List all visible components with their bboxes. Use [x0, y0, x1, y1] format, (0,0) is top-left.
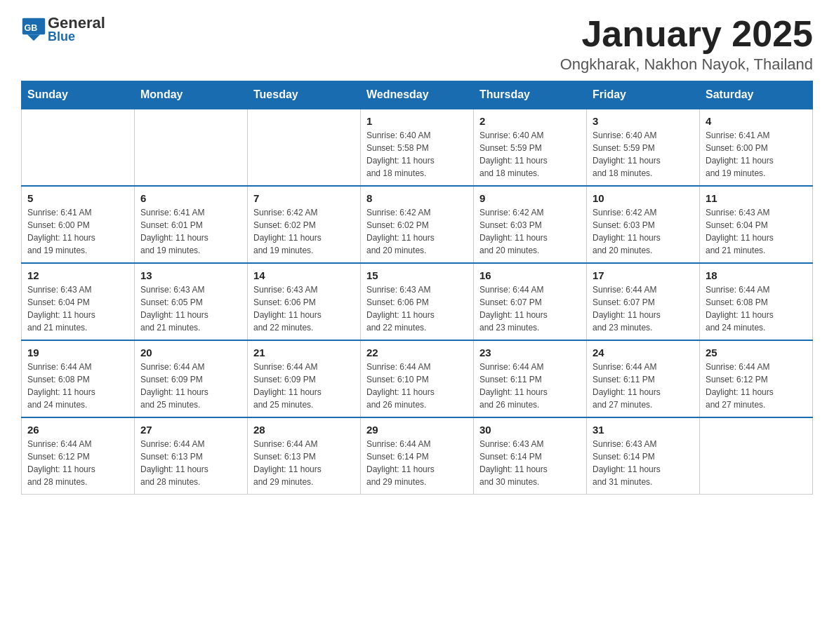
weekday-header-monday: Monday: [135, 81, 248, 109]
calendar-cell: 13Sunrise: 6:43 AMSunset: 6:05 PMDayligh…: [135, 263, 248, 340]
day-number: 5: [27, 192, 128, 204]
day-number: 6: [140, 192, 241, 204]
day-info: Sunrise: 6:44 AMSunset: 6:13 PMDaylight:…: [253, 438, 355, 488]
calendar-cell: 26Sunrise: 6:44 AMSunset: 6:12 PMDayligh…: [22, 417, 135, 495]
day-info: Sunrise: 6:43 AMSunset: 6:05 PMDaylight:…: [140, 283, 241, 334]
day-number: 19: [27, 347, 128, 358]
logo-icon: GB: [21, 17, 46, 42]
day-info: Sunrise: 6:44 AMSunset: 6:08 PMDaylight:…: [706, 283, 807, 334]
day-number: 11: [706, 192, 807, 204]
calendar-cell: 12Sunrise: 6:43 AMSunset: 6:04 PMDayligh…: [22, 263, 135, 340]
title-block: January 2025 Ongkharak, Nakhon Nayok, Th…: [560, 14, 813, 74]
day-info: Sunrise: 6:44 AMSunset: 6:07 PMDaylight:…: [479, 283, 581, 334]
month-title: January 2025: [560, 14, 813, 54]
day-number: 23: [479, 347, 581, 358]
calendar-cell: 17Sunrise: 6:44 AMSunset: 6:07 PMDayligh…: [587, 263, 700, 340]
calendar-week-1: 1Sunrise: 6:40 AMSunset: 5:58 PMDaylight…: [22, 109, 813, 186]
weekday-header-sunday: Sunday: [22, 81, 135, 109]
svg-marker-1: [27, 34, 40, 41]
weekday-header-tuesday: Tuesday: [248, 81, 361, 109]
day-info: Sunrise: 6:43 AMSunset: 6:06 PMDaylight:…: [253, 283, 355, 334]
weekday-header-row: SundayMondayTuesdayWednesdayThursdayFrid…: [22, 81, 813, 109]
calendar-cell: 20Sunrise: 6:44 AMSunset: 6:09 PMDayligh…: [135, 340, 248, 417]
day-number: 30: [479, 424, 581, 436]
day-number: 9: [479, 192, 581, 204]
calendar-cell: 29Sunrise: 6:44 AMSunset: 6:14 PMDayligh…: [361, 417, 474, 495]
weekday-header-wednesday: Wednesday: [361, 81, 474, 109]
day-info: Sunrise: 6:42 AMSunset: 6:03 PMDaylight:…: [479, 206, 581, 257]
day-number: 27: [140, 424, 241, 436]
svg-text:GB: GB: [25, 22, 38, 32]
calendar-cell: 11Sunrise: 6:43 AMSunset: 6:04 PMDayligh…: [700, 186, 813, 263]
day-info: Sunrise: 6:44 AMSunset: 6:10 PMDaylight:…: [366, 361, 468, 411]
day-number: 22: [366, 347, 468, 358]
calendar-cell: 4Sunrise: 6:41 AMSunset: 6:00 PMDaylight…: [700, 109, 813, 186]
day-number: 7: [253, 192, 355, 204]
day-number: 25: [706, 347, 807, 358]
calendar-cell: 2Sunrise: 6:40 AMSunset: 5:59 PMDaylight…: [474, 109, 587, 186]
day-number: 18: [706, 269, 807, 281]
day-info: Sunrise: 6:43 AMSunset: 6:04 PMDaylight:…: [27, 283, 128, 334]
day-info: Sunrise: 6:42 AMSunset: 6:02 PMDaylight:…: [253, 206, 355, 257]
location-title: Ongkharak, Nakhon Nayok, Thailand: [560, 55, 813, 74]
calendar-table: SundayMondayTuesdayWednesdayThursdayFrid…: [21, 81, 813, 495]
calendar-week-4: 19Sunrise: 6:44 AMSunset: 6:08 PMDayligh…: [22, 340, 813, 417]
calendar-cell: 9Sunrise: 6:42 AMSunset: 6:03 PMDaylight…: [474, 186, 587, 263]
day-info: Sunrise: 6:44 AMSunset: 6:12 PMDaylight:…: [706, 361, 807, 411]
day-info: Sunrise: 6:43 AMSunset: 6:14 PMDaylight:…: [593, 438, 694, 488]
day-number: 8: [366, 192, 468, 204]
day-info: Sunrise: 6:42 AMSunset: 6:02 PMDaylight:…: [366, 206, 468, 257]
calendar-cell: [248, 109, 361, 186]
day-number: 12: [27, 269, 128, 281]
day-info: Sunrise: 6:44 AMSunset: 6:13 PMDaylight:…: [140, 438, 241, 488]
calendar-cell: 16Sunrise: 6:44 AMSunset: 6:07 PMDayligh…: [474, 263, 587, 340]
day-number: 2: [479, 115, 581, 127]
calendar-cell: 22Sunrise: 6:44 AMSunset: 6:10 PMDayligh…: [361, 340, 474, 417]
weekday-header-thursday: Thursday: [474, 81, 587, 109]
day-info: Sunrise: 6:44 AMSunset: 6:09 PMDaylight:…: [253, 361, 355, 411]
calendar-cell: 3Sunrise: 6:40 AMSunset: 5:59 PMDaylight…: [587, 109, 700, 186]
day-number: 3: [593, 115, 694, 127]
calendar-week-3: 12Sunrise: 6:43 AMSunset: 6:04 PMDayligh…: [22, 263, 813, 340]
day-info: Sunrise: 6:44 AMSunset: 6:11 PMDaylight:…: [479, 361, 581, 411]
calendar-cell: 6Sunrise: 6:41 AMSunset: 6:01 PMDaylight…: [135, 186, 248, 263]
day-info: Sunrise: 6:43 AMSunset: 6:04 PMDaylight:…: [706, 206, 807, 257]
day-number: 28: [253, 424, 355, 436]
calendar-cell: 1Sunrise: 6:40 AMSunset: 5:58 PMDaylight…: [361, 109, 474, 186]
calendar-cell: 25Sunrise: 6:44 AMSunset: 6:12 PMDayligh…: [700, 340, 813, 417]
page-header: GB General Blue January 2025 Ongkharak, …: [21, 14, 813, 74]
day-number: 21: [253, 347, 355, 358]
calendar-cell: 10Sunrise: 6:42 AMSunset: 6:03 PMDayligh…: [587, 186, 700, 263]
calendar-week-5: 26Sunrise: 6:44 AMSunset: 6:12 PMDayligh…: [22, 417, 813, 495]
calendar-cell: 21Sunrise: 6:44 AMSunset: 6:09 PMDayligh…: [248, 340, 361, 417]
day-info: Sunrise: 6:40 AMSunset: 5:59 PMDaylight:…: [479, 129, 581, 180]
calendar-cell: 7Sunrise: 6:42 AMSunset: 6:02 PMDaylight…: [248, 186, 361, 263]
logo: GB General Blue: [21, 14, 105, 44]
day-info: Sunrise: 6:41 AMSunset: 6:00 PMDaylight:…: [706, 129, 807, 180]
day-info: Sunrise: 6:44 AMSunset: 6:14 PMDaylight:…: [366, 438, 468, 488]
calendar-cell: 19Sunrise: 6:44 AMSunset: 6:08 PMDayligh…: [22, 340, 135, 417]
calendar-cell: [22, 109, 135, 186]
calendar-cell: 30Sunrise: 6:43 AMSunset: 6:14 PMDayligh…: [474, 417, 587, 495]
day-info: Sunrise: 6:44 AMSunset: 6:07 PMDaylight:…: [593, 283, 694, 334]
day-number: 1: [366, 115, 468, 127]
calendar-cell: [700, 417, 813, 495]
day-number: 20: [140, 347, 241, 358]
calendar-cell: 31Sunrise: 6:43 AMSunset: 6:14 PMDayligh…: [587, 417, 700, 495]
day-info: Sunrise: 6:44 AMSunset: 6:12 PMDaylight:…: [27, 438, 128, 488]
calendar-cell: 8Sunrise: 6:42 AMSunset: 6:02 PMDaylight…: [361, 186, 474, 263]
calendar-cell: 18Sunrise: 6:44 AMSunset: 6:08 PMDayligh…: [700, 263, 813, 340]
calendar-cell: 15Sunrise: 6:43 AMSunset: 6:06 PMDayligh…: [361, 263, 474, 340]
day-info: Sunrise: 6:44 AMSunset: 6:11 PMDaylight:…: [593, 361, 694, 411]
day-info: Sunrise: 6:44 AMSunset: 6:08 PMDaylight:…: [27, 361, 128, 411]
calendar-cell: [135, 109, 248, 186]
calendar-cell: 23Sunrise: 6:44 AMSunset: 6:11 PMDayligh…: [474, 340, 587, 417]
calendar-cell: 5Sunrise: 6:41 AMSunset: 6:00 PMDaylight…: [22, 186, 135, 263]
day-number: 17: [593, 269, 694, 281]
day-info: Sunrise: 6:40 AMSunset: 5:58 PMDaylight:…: [366, 129, 468, 180]
day-info: Sunrise: 6:42 AMSunset: 6:03 PMDaylight:…: [593, 206, 694, 257]
day-number: 13: [140, 269, 241, 281]
calendar-week-2: 5Sunrise: 6:41 AMSunset: 6:00 PMDaylight…: [22, 186, 813, 263]
day-number: 15: [366, 269, 468, 281]
day-info: Sunrise: 6:44 AMSunset: 6:09 PMDaylight:…: [140, 361, 241, 411]
